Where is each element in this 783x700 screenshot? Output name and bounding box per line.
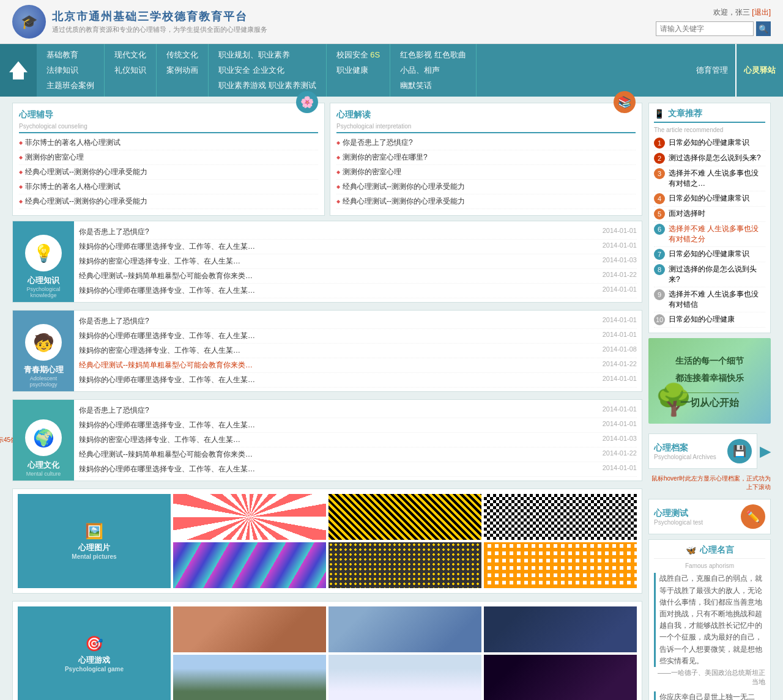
header-right: 欢迎，张三 [退出] 🔍	[656, 7, 771, 36]
article-num-7: 7	[654, 249, 665, 260]
nav-home[interactable]	[0, 44, 37, 97]
list-item[interactable]: 辣妈你的心理师在哪里选择专业、工作等、在人生某…2014-01-01	[79, 329, 637, 344]
nav-jokes[interactable]: 幽默笑话	[400, 79, 466, 92]
article-num-5: 5	[654, 208, 665, 219]
psych-games-subtitle: Psychological game	[65, 666, 124, 672]
article-item-1[interactable]: 1 日常必知的心理健康常识	[654, 136, 765, 151]
nav-campus-safety[interactable]: 校园安全 6S	[336, 49, 380, 62]
article-item-5[interactable]: 5 面对选择时	[654, 207, 765, 222]
article-num-4: 4	[654, 193, 665, 204]
psych-counseling-icon: 🌸	[296, 91, 318, 113]
list-item[interactable]: 菲尔博士的著名人格心理测试	[19, 180, 318, 194]
game-image-4[interactable]	[173, 655, 326, 700]
psych-counseling-subtitle: Psychological counseling	[19, 123, 87, 130]
admin-link[interactable]: 德育管理	[696, 65, 728, 76]
article-num-2: 2	[654, 153, 665, 164]
nav-psych[interactable]: 心灵驿站	[735, 44, 783, 97]
psych-knowledge-card: 💡 心理知识 Psychological knowledge 你是否患上了恐惧症…	[12, 221, 642, 303]
psych-reading-list: 你是否患上了恐惧症? 测测你的密室心理在哪里? 测测你的密室心理 经典心理测试-…	[336, 136, 636, 209]
nav-career-game[interactable]: 职业素养游戏 职业素养测试	[218, 79, 316, 92]
arrow-right-icon[interactable]: ▶	[760, 443, 771, 460]
gallery-image-3[interactable]	[484, 494, 637, 540]
home-icon	[9, 61, 28, 79]
nav-career-plan[interactable]: 职业规划、职业素养	[218, 49, 316, 62]
article-num-8: 8	[654, 264, 665, 275]
psych-archive-card[interactable]: 心理档案 Psychological Archives 💾	[648, 433, 757, 469]
list-item[interactable]: 你是否患上了恐惧症?2014-01-01	[79, 403, 637, 418]
psych-test-card[interactable]: 心理测试 Psychological test ✏️	[648, 499, 771, 534]
psych-reading-card: 心理解读 Psychological interpretation 📚 你是否患…	[330, 103, 642, 216]
adolescent-psych-img: 🧒 青春期心理 Adolescent psychology	[13, 311, 74, 391]
psych-archive-arrow[interactable]: ▶	[760, 433, 771, 469]
nav-career-health[interactable]: 职业健康	[336, 64, 380, 77]
list-item-highlight[interactable]: 经典心理测试--辣妈简单粗暴型心可能会教育你来类…2014-01-22	[79, 358, 637, 373]
nav-col-6: 红色影视 红色歌曲 小品、相声 幽默笑话	[390, 44, 477, 97]
gallery-image-6[interactable]	[484, 542, 637, 588]
article-item-7[interactable]: 7 日常必知的心理健康常识	[654, 247, 765, 262]
list-item[interactable]: 测测你的密室心理	[336, 165, 636, 180]
list-item[interactable]: 经典心理测试--测测你的心理承受能力	[336, 180, 636, 194]
logout-link[interactable]: [退出]	[752, 8, 771, 17]
nav-career-safety[interactable]: 职业安全 企业文化	[218, 64, 316, 77]
adolescent-psych-card: 🧒 青春期心理 Adolescent psychology 你是否患上了恐惧症?…	[12, 310, 642, 392]
list-item[interactable]: 辣妈你的密室心理选择专业、工作等、在人生某…2014-01-08	[79, 344, 637, 358]
nav-col-4: 职业规划、职业素养 职业安全 企业文化 职业素养游戏 职业素养测试	[209, 44, 327, 97]
gallery-image-5[interactable]	[328, 542, 481, 588]
banner-line3: 一切从心开始	[680, 392, 739, 410]
psych-link[interactable]: 心灵驿站	[744, 65, 776, 76]
psych-knowledge-icon: 💡	[25, 235, 62, 271]
psych-archive-title: 心理档案	[654, 443, 716, 454]
gallery-image-1[interactable]	[173, 494, 326, 540]
list-item[interactable]: 辣妈你的心理师在哪里选择专业、工作等、在人生某…2014-01-01	[79, 240, 637, 254]
list-item[interactable]: 辣妈你的心理师在哪里选择专业、工作等、在人生某…2014-01-01	[79, 418, 637, 433]
list-item[interactable]: 经典心理测试--测测你的心理承受能力	[336, 194, 636, 209]
list-item[interactable]: 经典心理测试--测测你的心理承受能力	[19, 194, 318, 209]
main-content: 心理辅导 Psychological counseling 🌸 菲尔博士的著名人…	[0, 97, 783, 700]
gallery-image-4[interactable]	[173, 542, 326, 588]
mental-culture-icon: 🌍	[25, 419, 62, 456]
list-item[interactable]: 测测你的密室心理	[19, 150, 318, 165]
list-item[interactable]: 你是否患上了恐惧症?2014-01-01	[79, 225, 637, 240]
list-item[interactable]: 你是否患上了恐惧症?	[336, 136, 636, 150]
nav-case-animation[interactable]: 案例动画	[166, 64, 198, 77]
psych-images-label[interactable]: 🖼️ 心理图片 Mental pictures	[18, 494, 171, 588]
nav-admin[interactable]: 德育管理	[689, 44, 735, 97]
list-item[interactable]: 菲尔博士的著名人格心理测试	[19, 136, 318, 150]
list-item[interactable]: 经典心理测试--测测你的心理承受能力	[19, 165, 318, 180]
list-item[interactable]: 你是否患上了恐惧症?2014-01-01	[79, 314, 637, 329]
list-item[interactable]: 经典心理测试--辣妈简单粗暴型心可能会教育你来类…2014-01-22	[79, 448, 637, 462]
game-image-1[interactable]	[173, 606, 326, 652]
gallery-image-2[interactable]	[328, 494, 481, 540]
search-input[interactable]	[656, 21, 754, 36]
list-item[interactable]: 经典心理测试--辣妈简单粗暴型心可能会教育你来类…2014-01-22	[79, 269, 637, 284]
nav-comedy[interactable]: 小品、相声	[400, 64, 466, 77]
article-item-10[interactable]: 10 日常必知的心理健康	[654, 312, 765, 328]
psych-games-label[interactable]: 🎯 心理游戏 Psychological game	[18, 606, 171, 700]
list-item[interactable]: 辣妈你的心理师在哪里选择专业、工作等、在人生某…2014-01-01	[79, 462, 637, 477]
nav-etiquette[interactable]: 礼仪知识	[114, 64, 146, 77]
list-item[interactable]: 辣妈你的密室心理选择专业、工作等、在人生某…2014-01-03	[79, 254, 637, 269]
article-item-2[interactable]: 2 测过选择你是怎么说到头来?	[654, 151, 765, 166]
game-image-5[interactable]	[328, 655, 481, 700]
nav-traditional-culture[interactable]: 传统文化	[166, 49, 198, 62]
nav-modern-culture[interactable]: 现代文化	[114, 49, 146, 62]
nav-law[interactable]: 法律知识	[46, 64, 94, 77]
article-item-6[interactable]: 6 选择并不难 人生说多事也没有对错之分	[654, 222, 765, 247]
list-item[interactable]: 辣妈你的心理师在哪里选择专业、工作等、在人生某…2014-01-01	[79, 373, 637, 388]
game-image-3[interactable]	[484, 606, 637, 652]
famous-aphorism-subtitle: Famous aphorism	[654, 562, 765, 569]
list-item[interactable]: 测测你的密室心理在哪里?	[336, 150, 636, 165]
list-item[interactable]: 辣妈你的密室心理选择专业、工作等、在人生某…2014-01-03	[79, 433, 637, 448]
game-image-2[interactable]	[328, 606, 481, 652]
article-item-8[interactable]: 8 测过选择的你是怎么说到头来?	[654, 262, 765, 287]
article-item-9[interactable]: 9 选择并不难 人生说多事也没有对错信	[654, 287, 765, 312]
nav-col-1: 基础教育 法律知识 主题班会案例	[37, 44, 105, 97]
nav-theme-class[interactable]: 主题班会案例	[46, 79, 94, 92]
game-image-6[interactable]	[484, 655, 637, 700]
list-item[interactable]: 辣妈你的心理师在哪里选择专业、工作等、在人生某…2014-01-01	[79, 284, 637, 298]
nav-basic-edu[interactable]: 基础教育	[46, 49, 94, 62]
nav-red-movie[interactable]: 红色影视 红色歌曲	[400, 49, 466, 62]
search-button[interactable]: 🔍	[756, 21, 771, 36]
article-item-3[interactable]: 3 选择并不难 人生说多事也没有对错之…	[654, 166, 765, 191]
article-item-4[interactable]: 4 日常必知的心理健康常识	[654, 191, 765, 207]
